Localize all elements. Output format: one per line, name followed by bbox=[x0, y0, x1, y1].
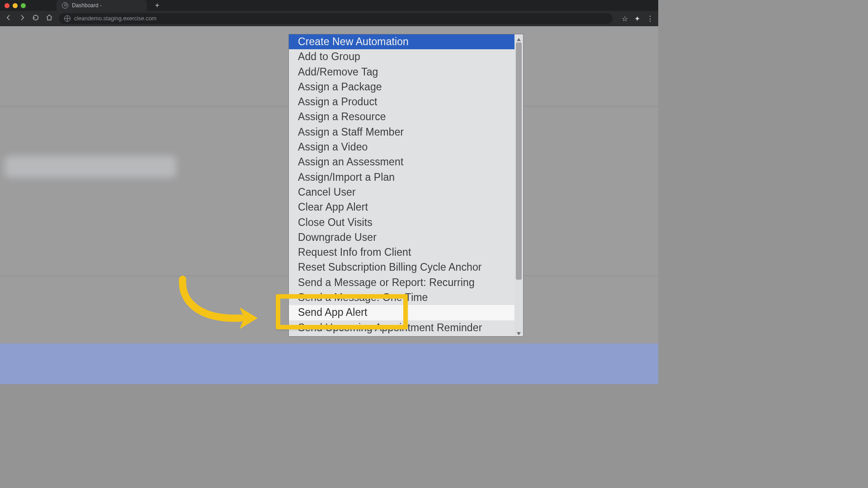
select-option[interactable]: Assign a Staff Member bbox=[289, 125, 514, 140]
select-option[interactable]: Reset Subscription Billing Cycle Anchor bbox=[289, 260, 514, 275]
select-option[interactable]: Send Upcoming Appointment Reminder bbox=[289, 320, 514, 335]
select-option[interactable]: Add/Remove Tag bbox=[289, 65, 514, 80]
select-option[interactable]: Create New Automation bbox=[289, 34, 514, 49]
browser-tab[interactable]: Dashboard - bbox=[57, 0, 147, 11]
tab-strip: Dashboard - + bbox=[0, 0, 658, 11]
bookmark-star-icon[interactable]: ☆ bbox=[622, 14, 628, 23]
minimize-window-icon[interactable] bbox=[13, 3, 18, 8]
select-option[interactable]: Add to Group bbox=[289, 49, 514, 64]
browser-chrome: Dashboard - + cleandemo.staging.exercise… bbox=[0, 0, 658, 26]
tab-title: Dashboard - bbox=[72, 2, 102, 9]
window-controls bbox=[5, 3, 26, 8]
select-option[interactable]: Assign a Package bbox=[289, 80, 514, 94]
select-option[interactable]: Assign an Assessment bbox=[289, 155, 514, 169]
globe-icon bbox=[62, 2, 68, 9]
browser-toolbar: cleandemo.staging.exercise.com ☆ ✦ ⋮ bbox=[0, 11, 658, 26]
overflow-menu-icon[interactable]: ⋮ bbox=[646, 14, 654, 23]
reload-button[interactable] bbox=[32, 14, 40, 23]
select-option[interactable]: Cancel User bbox=[289, 185, 514, 200]
select-option[interactable]: Downgrade User bbox=[289, 230, 514, 245]
scrollbar-thumb[interactable] bbox=[516, 42, 522, 280]
page-gradient-strip bbox=[0, 343, 658, 384]
home-button[interactable] bbox=[45, 14, 53, 23]
select-option[interactable]: Assign a Resource bbox=[289, 109, 514, 124]
select-option[interactable]: Close Out Visits bbox=[289, 215, 514, 230]
maximize-window-icon[interactable] bbox=[21, 3, 26, 8]
forward-button[interactable] bbox=[18, 14, 26, 23]
listbox-scrollbar[interactable] bbox=[514, 34, 523, 336]
select-option[interactable]: Assign a Video bbox=[289, 140, 514, 155]
select-option[interactable]: Assign/Import a Plan bbox=[289, 170, 514, 185]
select-option[interactable]: Send App Alert bbox=[289, 305, 514, 320]
scroll-up-icon[interactable] bbox=[516, 36, 521, 41]
extensions-icon[interactable]: ✦ bbox=[634, 14, 640, 23]
select-option[interactable]: Clear App Alert bbox=[289, 200, 514, 215]
new-tab-button[interactable]: + bbox=[151, 1, 164, 9]
select-option[interactable]: Assign a Product bbox=[289, 94, 514, 109]
select-option[interactable]: Send a Message: One Time bbox=[289, 290, 514, 305]
address-bar[interactable]: cleandemo.staging.exercise.com bbox=[59, 13, 613, 24]
close-window-icon[interactable] bbox=[5, 3, 9, 8]
automation-type-select-listbox[interactable]: Create New AutomationAdd to GroupAdd/Rem… bbox=[288, 34, 524, 337]
listbox-viewport: Create New AutomationAdd to GroupAdd/Rem… bbox=[289, 34, 514, 336]
select-option[interactable]: Send a Message or Report: Recurring bbox=[289, 275, 514, 290]
url-text: cleandemo.staging.exercise.com bbox=[74, 15, 156, 22]
svg-marker-1 bbox=[517, 332, 521, 335]
site-info-icon[interactable] bbox=[64, 15, 71, 22]
back-button[interactable] bbox=[5, 14, 13, 23]
svg-marker-0 bbox=[517, 38, 521, 41]
blurred-region bbox=[5, 156, 176, 178]
select-option[interactable]: Request Info from Client bbox=[289, 245, 514, 260]
scroll-down-icon[interactable] bbox=[516, 330, 521, 335]
